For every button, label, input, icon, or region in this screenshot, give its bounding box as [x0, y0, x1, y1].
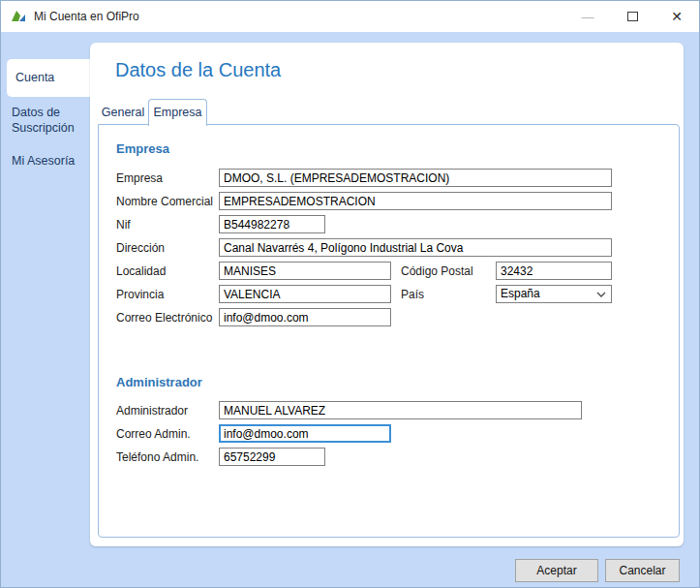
provincia-input[interactable]: [219, 285, 391, 303]
page-title: Datos de la Cuenta: [115, 59, 281, 81]
direccion-input[interactable]: [219, 238, 612, 257]
sidebar-item-mi-asesoria[interactable]: Mi Asesoría: [12, 153, 89, 169]
pais-label: País: [401, 288, 424, 301]
section-title-empresa: Empresa: [116, 141, 169, 156]
empresa-label: Empresa: [116, 171, 163, 185]
cancel-button[interactable]: Cancelar: [605, 559, 680, 582]
title-bar: Mi Cuenta en OfiPro — ✕: [1, 1, 700, 32]
nombre-comercial-label: Nombre Comercial: [116, 195, 213, 208]
tab-general[interactable]: General: [98, 101, 148, 125]
tab-empresa[interactable]: Empresa: [148, 99, 207, 126]
content-panel: Datos de la Cuenta General Empresa Empre…: [90, 43, 684, 546]
codigo-postal-label: Código Postal: [401, 264, 473, 278]
pais-select[interactable]: España: [496, 285, 612, 303]
pais-selected-value: España: [501, 287, 540, 300]
nif-input[interactable]: [219, 215, 325, 233]
correo-admin-label: Correo Admin.: [116, 427, 191, 441]
correo-admin-input[interactable]: [219, 424, 391, 443]
localidad-label: Localidad: [116, 264, 166, 278]
administrador-label: Administrador: [116, 404, 188, 418]
chevron-down-icon: [596, 292, 606, 297]
correo-electronico-label: Correo Electrónico: [116, 311, 212, 325]
provincia-label: Provincia: [116, 288, 164, 301]
minimize-icon[interactable]: —: [565, 1, 610, 32]
nif-label: Nif: [116, 218, 131, 232]
window-title: Mi Cuenta en OfiPro: [34, 1, 139, 32]
section-title-administrador: Administrador: [116, 375, 202, 389]
accept-button[interactable]: Aceptar: [515, 559, 598, 582]
telefono-admin-input[interactable]: [219, 448, 325, 466]
sidebar-item-datos-de-suscripcion[interactable]: Datos de Suscripción: [12, 105, 89, 136]
nombre-comercial-input[interactable]: [219, 192, 612, 210]
ofipro-logo-icon: [11, 9, 30, 24]
dialog-window: Mi Cuenta en OfiPro — ✕ Cuenta Datos de …: [0, 0, 700, 588]
codigo-postal-input[interactable]: [496, 262, 612, 280]
administrador-input[interactable]: [219, 401, 582, 419]
direccion-label: Dirección: [116, 241, 165, 255]
correo-electronico-input[interactable]: [219, 308, 391, 326]
sidebar-item-cuenta[interactable]: Cuenta: [7, 59, 90, 97]
empresa-tab-panel: Empresa Empresa Nombre Comercial Nif Dir…: [98, 124, 680, 538]
close-icon[interactable]: ✕: [654, 1, 699, 32]
localidad-input[interactable]: [219, 262, 391, 280]
maximize-icon[interactable]: [610, 1, 654, 32]
telefono-admin-label: Teléfono Admin.: [116, 450, 198, 464]
empresa-input[interactable]: [219, 169, 612, 187]
